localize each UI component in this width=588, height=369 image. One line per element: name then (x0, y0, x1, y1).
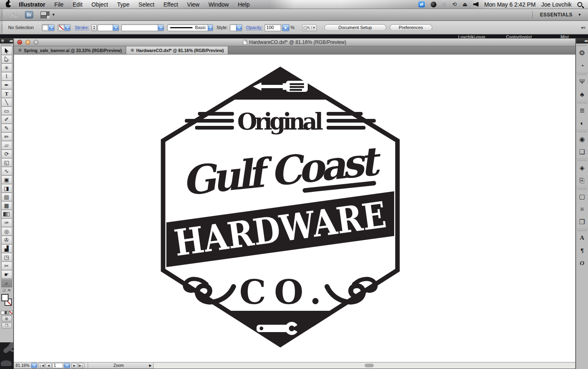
dock-group-grip[interactable] (576, 72, 588, 75)
stroke-panel-link[interactable]: Stroke: (75, 25, 89, 30)
pathfinder-panel-button[interactable]: ❐ (576, 216, 588, 228)
color-panel-button[interactable]: ❂ (576, 47, 588, 59)
tools-panel-grip[interactable] (0, 43, 13, 46)
gradient-mode-button[interactable] (5, 311, 9, 314)
stroke-weight-stepper[interactable]: ▲▼ (91, 24, 97, 31)
character-panel-button[interactable]: A (576, 232, 588, 244)
selection-tool[interactable] (1, 46, 12, 55)
fill-swatch-large[interactable] (1, 294, 9, 301)
slice-tool[interactable]: ✂ (1, 262, 12, 270)
time-machine-icon[interactable]: ⟲ (452, 0, 457, 9)
menu-view[interactable]: View (183, 0, 204, 9)
drawing-mode-button[interactable]: ◍ (2, 316, 12, 321)
menu-object[interactable]: Object (87, 0, 112, 9)
select-similar-combo[interactable]: ▢↖▼ (302, 24, 317, 31)
free-transform-tool[interactable]: ▣ (1, 175, 12, 184)
pencil-tool[interactable]: ✎ (1, 124, 12, 132)
perspective-grid-tool[interactable]: ▤ (1, 193, 12, 201)
graphic-style-combo[interactable]: ▼ (230, 24, 242, 31)
gradient-panel-button[interactable]: ◉ (576, 133, 588, 146)
launch-bridge-button[interactable]: Br (25, 11, 33, 18)
eraser-tool[interactable]: ▱ (1, 141, 12, 150)
symbol-sprayer-tool[interactable]: ✇ (1, 236, 12, 244)
color-guide-panel-button[interactable]: ◔ (576, 59, 588, 72)
hand-tool[interactable]: ☛ (1, 270, 12, 279)
workspace-switcher[interactable]: ESSENTIALS (540, 12, 572, 18)
transparency-panel-button[interactable]: ◐ (576, 117, 588, 130)
tab-spring-sale-banner[interactable]: ⊗ Spring_sale_banner.ai @ 33.33% (RGB/Pr… (14, 46, 126, 54)
close-tab-icon[interactable]: ⊗ (130, 48, 134, 53)
direct-selection-tool[interactable] (1, 55, 12, 64)
menu-app-name[interactable]: Illustrator (14, 0, 50, 9)
menubar-user[interactable]: Joe Lovchik (541, 1, 572, 8)
line-segment-tool[interactable]: ╲ (1, 98, 12, 107)
menu-file[interactable]: File (50, 0, 68, 9)
gradient-tool[interactable] (1, 210, 12, 219)
zoom-level-dropdown-icon[interactable]: ▼ (31, 363, 37, 368)
workspace-caret-icon[interactable]: ▼ (578, 13, 581, 17)
status-menu-arrow-icon[interactable]: ▶ (149, 364, 153, 367)
width-profile-dropdown-icon[interactable]: ▼ (158, 25, 163, 31)
shape-builder-tool[interactable]: ◨ (1, 184, 12, 193)
rotate-tool[interactable]: ⟳ (1, 150, 12, 158)
collapse-panel-icon[interactable]: ◀◀ (9, 39, 12, 43)
transform-panel-button[interactable]: ▢ (576, 190, 588, 203)
controlbar-menu-icon[interactable]: ▾≡ (581, 25, 588, 30)
status-menu[interactable]: Zoom ▶ (88, 362, 153, 369)
hardware-badge-artwork[interactable]: Original Gulf Coast HARDWARE CO. (14, 55, 575, 363)
width-profile-combo[interactable]: ▼ (121, 24, 164, 31)
paintbrush-tool[interactable]: ✐ (1, 115, 12, 124)
dock-group-grip[interactable] (576, 187, 588, 190)
zoom-tool[interactable]: ⌕ (1, 279, 12, 287)
align-panel-button[interactable]: ≡ (576, 203, 588, 216)
display-rows-icon[interactable]: ≣ (442, 0, 447, 9)
apple-menu-icon[interactable] (6, 1, 11, 7)
brush-definition-combo[interactable]: Basic▼ (167, 24, 213, 31)
opacity-panel-link[interactable]: Opacity: (246, 25, 263, 30)
scale-tool[interactable]: ◱ (1, 158, 12, 167)
brush-dropdown-icon[interactable]: ▼ (208, 25, 213, 31)
appbar-drag-handle[interactable] (0, 9, 3, 20)
column-graph-tool[interactable]: ▟ (1, 244, 12, 253)
color-mode-button[interactable] (1, 311, 5, 314)
opacity-dropdown-icon[interactable]: ▶ (282, 24, 289, 31)
artboards-panel-button[interactable]: ⎘ (576, 174, 588, 187)
expand-dock-icon[interactable]: ◀◀ (584, 39, 587, 43)
volume-icon[interactable] (473, 2, 479, 7)
arrange-documents-button[interactable] (41, 11, 50, 18)
swap-fill-stroke-icon[interactable]: ⇆ (8, 288, 11, 292)
width-tool[interactable]: ∿ (1, 167, 12, 175)
last-artboard-button[interactable]: ▶❘ (78, 363, 84, 368)
previous-artboard-button[interactable]: ◀ (45, 363, 52, 368)
fill-dropdown-icon[interactable]: ▼ (48, 25, 54, 31)
screen-mode-button[interactable]: ❐ (2, 323, 12, 328)
spotlight-icon[interactable] (577, 2, 582, 7)
dock-group-grip[interactable] (576, 43, 588, 47)
artboard-dropdown-icon[interactable]: ▼ (64, 363, 70, 368)
controlbar-drag-handle[interactable] (0, 21, 3, 34)
select-similar-dropdown-icon[interactable]: ▼ (311, 26, 316, 29)
zoom-level-value[interactable]: 81.16% (14, 363, 31, 368)
layers-panel-button[interactable]: ◈ (576, 162, 588, 174)
first-artboard-button[interactable]: ❘◀ (39, 363, 45, 368)
tools-panel-header[interactable]: ◀◀ (0, 38, 13, 43)
blob-brush-tool[interactable]: ✏ (1, 132, 12, 141)
menu-help[interactable]: Help (233, 0, 254, 9)
default-fill-stroke-icon[interactable]: ❏ (2, 288, 5, 292)
artboard-canvas[interactable]: Original Gulf Coast HARDWARE CO. (14, 55, 575, 363)
menubar-clock[interactable]: Mon May 6 2:42 PM (484, 1, 536, 8)
dock-group-grip[interactable] (576, 228, 588, 232)
dock-group-grip[interactable] (576, 130, 588, 133)
artboard-number-input[interactable] (52, 363, 63, 368)
fill-swatch[interactable] (43, 25, 48, 30)
symbols-panel-button[interactable]: ♣ (576, 88, 588, 101)
preferences-button[interactable]: Preferences (390, 24, 432, 31)
stroke-dropdown-icon[interactable]: ▼ (64, 25, 70, 31)
horizontal-scrollbar[interactable] (153, 362, 575, 369)
window-title-bar[interactable]: HardwareCO.dxf* @ 81.16% (RGB/Preview) (14, 39, 575, 46)
stroke-weight-dropdown-icon[interactable]: ▼ (113, 25, 118, 31)
blend-tool[interactable]: ◎ (1, 227, 12, 236)
menu-edit[interactable]: Edit (68, 0, 87, 9)
arrange-documents-caret-icon[interactable]: ▼ (52, 13, 55, 17)
lasso-tool[interactable]: ⌇ (1, 72, 12, 81)
